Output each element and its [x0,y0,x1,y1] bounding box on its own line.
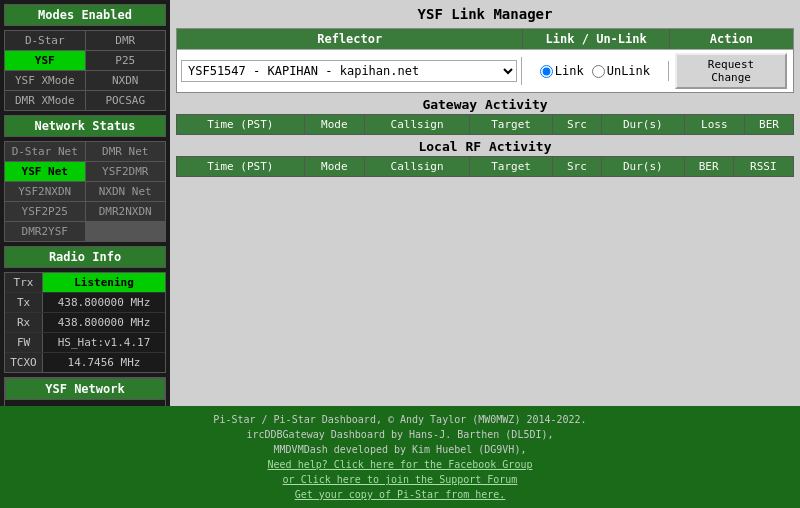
reflector-select[interactable]: YSF51547 - KAPIHAN - kapihan.net [181,60,517,82]
footer-line5[interactable]: or Click here to join the Support Forum [4,472,796,487]
gw-col-dur: Dur(s) [601,115,684,135]
trx-value: Listening [43,273,165,292]
net-ysf2nxdn: YSF2NXDN [5,182,85,201]
rf-col-callsign: Callsign [364,157,469,177]
gw-col-target: Target [470,115,553,135]
link-option[interactable]: Link [540,64,584,78]
net-ysf2dmr: YSF2DMR [86,162,166,181]
gw-col-src: Src [552,115,601,135]
link-label: Link [555,64,584,78]
link-unlink-col-header: Link / Un-Link [523,29,669,49]
rx-value: 438.800000 MHz [43,313,165,332]
ysf-network-section: YSF Network KAPIHAN [4,377,166,406]
gateway-table: Time (PST) Mode Callsign Target Src Dur(… [176,114,794,135]
tcxo-label: TCXO [5,353,43,372]
net-ysf2p25: YSF2P25 [5,202,85,221]
trx-label: Trx [5,273,43,292]
rf-col-rssi: RSSI [733,157,793,177]
footer-line2: ircDDBGateway Dashboard by Hans-J. Barth… [4,427,796,442]
rf-title: Local RF Activity [176,139,794,154]
link-manager-header-row: Reflector Link / Un-Link Action [177,29,793,49]
network-header: Network Status [4,115,166,137]
gw-col-loss: Loss [684,115,744,135]
mode-dmr: DMR [86,31,166,50]
action-col-header: Action [670,29,793,49]
gateway-header-row: Time (PST) Mode Callsign Target Src Dur(… [177,115,794,135]
footer-line6[interactable]: Get your copy of Pi-Star from here. [4,487,796,502]
rf-col-ber: BER [684,157,733,177]
mode-pocsag: POCSAG [86,91,166,110]
radio-trx-row: Trx Listening [5,273,165,293]
radio-tx-row: Tx 438.800000 MHz [5,293,165,313]
action-cell[interactable]: Request Change [669,50,793,92]
link-radio[interactable] [540,65,553,78]
mode-dstar: D-Star [5,31,85,50]
net-dmr2nxdn: DMR2NXDN [86,202,166,221]
request-change-button[interactable]: Request Change [675,53,787,89]
radio-header: Radio Info [4,246,166,268]
net-dmr: DMR Net [86,142,166,161]
footer-line3: MMDVMDash developed by Kim Huebel (DG9VH… [4,442,796,457]
support-link[interactable]: or Click here to join the Support Forum [283,474,518,485]
unlink-radio[interactable] [592,65,605,78]
footer-line4[interactable]: Need help? Click here for the Facebook G… [4,457,796,472]
net-dmr2ysf: DMR2YSF [5,222,85,241]
net-dstar: D-Star Net [5,142,85,161]
reflector-cell[interactable]: YSF51547 - KAPIHAN - kapihan.net [177,57,522,85]
mode-nxdn: NXDN [86,71,166,90]
gw-col-mode: Mode [304,115,364,135]
main-title: YSF Link Manager [176,6,794,22]
gw-col-time: Time (PST) [177,115,305,135]
tx-label: Tx [5,293,43,312]
unlink-label: UnLink [607,64,650,78]
rf-header-row: Time (PST) Mode Callsign Target Src Dur(… [177,157,794,177]
tx-value: 438.800000 MHz [43,293,165,312]
radio-rx-row: Rx 438.800000 MHz [5,313,165,333]
gateway-activity-section: Gateway Activity Time (PST) Mode Callsig… [176,97,794,135]
rf-col-mode: Mode [304,157,364,177]
mode-p25: P25 [86,51,166,70]
rf-col-src: Src [552,157,601,177]
fw-label: FW [5,333,43,352]
net-nxdn: NXDN Net [86,182,166,201]
link-manager-table: Reflector Link / Un-Link Action YSF51547… [176,28,794,93]
pistar-link[interactable]: Get your copy of Pi-Star from here. [295,489,506,500]
footer: Pi-Star / Pi-Star Dashboard, © Andy Tayl… [0,406,800,508]
radio-fw-row: FW HS_Hat:v1.4.17 [5,333,165,353]
main-content: YSF Link Manager Reflector Link / Un-Lin… [170,0,800,406]
gw-col-callsign: Callsign [364,115,469,135]
gateway-title: Gateway Activity [176,97,794,112]
reflector-col-header: Reflector [177,29,523,49]
rx-label: Rx [5,313,43,332]
footer-line1: Pi-Star / Pi-Star Dashboard, © Andy Tayl… [4,412,796,427]
mode-ysfxmode: YSF XMode [5,71,85,90]
rf-col-time: Time (PST) [177,157,305,177]
radio-tcxo-row: TCXO 14.7456 MHz [5,353,165,372]
sidebar: Modes Enabled D-Star DMR YSF P25 YSF XMo… [0,0,170,406]
ysf-net-header: YSF Network [5,378,165,400]
rf-activity-section: Local RF Activity Time (PST) Mode Callsi… [176,139,794,177]
rf-table: Time (PST) Mode Callsign Target Src Dur(… [176,156,794,177]
gw-col-ber: BER [744,115,793,135]
link-unlink-cell: Link UnLink [522,61,669,81]
link-manager-body-row: YSF51547 - KAPIHAN - kapihan.net Link Un… [177,49,793,92]
modes-header: Modes Enabled [4,4,166,26]
rf-col-target: Target [470,157,553,177]
network-grid: D-Star Net DMR Net YSF Net YSF2DMR YSF2N… [4,141,166,242]
radio-info: Trx Listening Tx 438.800000 MHz Rx 438.8… [4,272,166,373]
fw-value: HS_Hat:v1.4.17 [43,333,165,352]
mode-ysf: YSF [5,51,85,70]
net-ysf: YSF Net [5,162,85,181]
tcxo-value: 14.7456 MHz [43,353,165,372]
unlink-option[interactable]: UnLink [592,64,650,78]
mode-dmrxmode: DMR XMode [5,91,85,110]
rf-col-dur: Dur(s) [601,157,684,177]
modes-grid: D-Star DMR YSF P25 YSF XMode NXDN DMR XM… [4,30,166,111]
facebook-link[interactable]: Need help? Click here for the Facebook G… [268,459,533,470]
